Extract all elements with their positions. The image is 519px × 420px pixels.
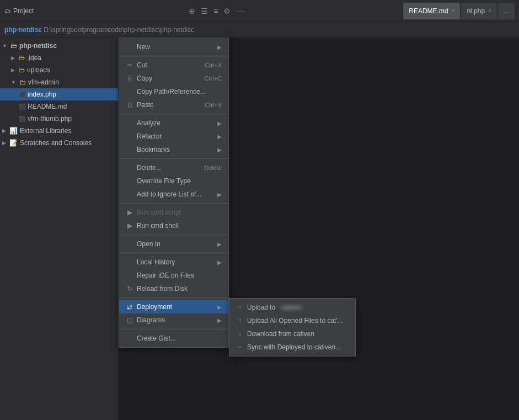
project-icon: 🗂: [4, 7, 11, 15]
tree-item-readme-md[interactable]: ⬛ README.md: [0, 100, 118, 113]
tree-label-vfm-admin: vfm-admin: [28, 78, 59, 86]
tree-label-vfm-thumb: vfm-thumb.php: [28, 115, 72, 123]
tree-label-root: php-netdisc: [19, 42, 57, 50]
ext-libs-icon: 📊: [9, 127, 18, 135]
menu-label-new: New: [137, 43, 150, 51]
folder-icon-uploads: 🗁: [18, 66, 25, 74]
deployment-upload-all-label: Upload All Opened Files to cat'...: [247, 317, 343, 325]
menu-label-paste: Paste: [137, 101, 154, 109]
menu-item-repair-ide[interactable]: Repair IDE on Files: [119, 269, 228, 282]
folder-icon-idea: 🗁: [18, 54, 25, 62]
folder-icon-vfm-admin: 🗁: [19, 78, 26, 86]
minimize-icon[interactable]: —: [235, 6, 245, 17]
tree-item-vfm-thumb[interactable]: ⬛ vfm-thumb.php: [0, 113, 118, 125]
menu-label-local-history: Local History: [137, 258, 175, 266]
bookmarks-arrow: ▶: [217, 147, 222, 153]
menu-label-create-gist: Create Gist...: [137, 334, 176, 342]
menu-item-create-gist[interactable]: Create Gist...: [119, 332, 228, 345]
menu-label-ignore: Add to Ignore List of...: [137, 190, 201, 198]
menu-item-copy-path[interactable]: Copy Path/Reference...: [119, 85, 228, 98]
menu-label-bookmarks: Bookmarks: [137, 146, 170, 153]
folder-icon-root: 🗁: [10, 42, 17, 50]
menu-label-open-in: Open In: [137, 240, 160, 248]
deployment-sync[interactable]: ↔ Sync with Deployed to cativen...: [229, 341, 355, 354]
menu-item-reload[interactable]: ↻ Reload from Disk: [119, 282, 228, 295]
deployment-upload[interactable]: ↑ Upload to cativen: [229, 301, 355, 314]
copy-shortcut: Ctrl+C: [205, 75, 222, 82]
ignore-arrow: ▶: [217, 192, 222, 198]
file-icon-vfm-thumb: ⬛: [19, 116, 25, 122]
deployment-sync-label: Sync with Deployed to cativen...: [247, 343, 341, 351]
tab-nl-php[interactable]: nl.php ×: [461, 3, 497, 19]
settings-icon[interactable]: ⚙: [222, 6, 232, 17]
diagrams-arrow: ▶: [217, 317, 222, 323]
menu-item-override-file[interactable]: Override File Type: [119, 174, 228, 188]
tree-item-ext-libs[interactable]: ▶ 📊 External Libraries: [0, 125, 118, 137]
tree-item-vfm-admin[interactable]: ▼ 🗁 vfm-admin: [0, 76, 118, 88]
deployment-icon: ⇄: [126, 303, 133, 311]
divider-4: [119, 203, 228, 204]
tree-item-index-php[interactable]: ⬛ index.php: [0, 88, 118, 100]
menu-item-refactor[interactable]: Refactor ▶: [119, 130, 228, 143]
tab-more-label: ...: [504, 7, 509, 15]
menu-item-run-cmd-shell[interactable]: ▶ Run cmd shell: [119, 219, 228, 232]
menu-item-cut[interactable]: ✂ Cut Ctrl+X: [119, 59, 228, 72]
menu-label-analyze: Analyze: [137, 119, 160, 127]
tab-nl-php-close[interactable]: ×: [488, 8, 491, 14]
tree-label-index-php: index.php: [28, 91, 56, 98]
menu-item-bookmarks[interactable]: Bookmarks ▶: [119, 143, 228, 156]
run-shell-icon: ▶: [126, 222, 133, 230]
upload-icon: ↑: [236, 304, 244, 311]
tree-item-root[interactable]: ▼ 🗁 php-netdisc: [0, 40, 118, 52]
menu-label-cut: Cut: [137, 61, 147, 69]
tree-item-scratches[interactable]: ▶ 📝 Scratches and Consoles: [0, 137, 118, 149]
sync-icon: ↔: [236, 343, 244, 351]
filter-icon[interactable]: ≡: [212, 6, 219, 17]
refactor-arrow: ▶: [217, 134, 222, 140]
deployment-upload-all[interactable]: ↑ Upload All Opened Files to cat'...: [229, 314, 355, 327]
globe-icon[interactable]: ⊕: [188, 6, 196, 17]
paste-icon: ⎙: [126, 101, 133, 109]
menu-label-run-script: Run cmd script: [137, 209, 181, 216]
menu-item-new[interactable]: New ▶: [119, 40, 228, 54]
menu-item-paste[interactable]: ⎙ Paste Ctrl+V: [119, 98, 228, 111]
project-label[interactable]: 🗂 Project: [4, 7, 34, 15]
menu-item-ignore-list[interactable]: Add to Ignore List of... ▶: [119, 188, 228, 201]
expand-uploads: ▶: [11, 67, 15, 73]
tree-label-idea: .idea: [27, 54, 41, 62]
tree-item-idea[interactable]: ▶ 🗁 .idea: [0, 52, 118, 64]
expand-ext-libs: ▶: [2, 128, 6, 134]
tree-item-uploads[interactable]: ▶ 🗁 uploads: [0, 64, 118, 76]
context-menu: New ▶ ✂ Cut Ctrl+X ⎘ Copy Ctrl+C: [119, 38, 229, 348]
scratches-icon: 📝: [9, 139, 18, 147]
cut-shortcut: Ctrl+X: [205, 62, 222, 68]
list-icon[interactable]: ☰: [200, 6, 209, 17]
tab-readme[interactable]: README.md ×: [403, 3, 460, 19]
paste-shortcut: Ctrl+V: [205, 102, 222, 108]
menu-label-repair: Repair IDE on Files: [137, 272, 194, 279]
upload-all-icon: ↑: [236, 317, 244, 325]
local-history-arrow: ▶: [217, 259, 222, 265]
menu-item-copy[interactable]: ⎘ Copy Ctrl+C: [119, 72, 228, 85]
reload-icon: ↻: [126, 285, 133, 293]
menu-label-copy-path: Copy Path/Reference...: [137, 88, 206, 95]
menu-label-reload: Reload from Disk: [137, 285, 188, 293]
menu-item-open-in[interactable]: Open In ▶: [119, 237, 228, 251]
menu-item-delete[interactable]: Delete... Delete: [119, 161, 228, 174]
tab-readme-label: README.md: [409, 7, 448, 15]
copy-icon: ⎘: [126, 75, 133, 82]
analyze-arrow: ▶: [217, 120, 222, 126]
project-text: Project: [13, 7, 34, 15]
menu-item-analyze[interactable]: Analyze ▶: [119, 116, 228, 130]
deployment-server-name: cativen: [281, 304, 302, 311]
menu-label-run-shell: Run cmd shell: [137, 222, 179, 230]
menu-item-deployment[interactable]: ⇄ Deployment ▶ ↑ Upload to cativen: [119, 300, 228, 313]
tree-label-uploads: uploads: [27, 66, 50, 74]
menu-item-diagrams[interactable]: ◫ Diagrams ▶: [119, 313, 228, 327]
menu-item-local-history[interactable]: Local History ▶: [119, 256, 228, 269]
expand-scratches: ▶: [2, 140, 6, 146]
tab-readme-close[interactable]: ×: [452, 8, 455, 14]
deployment-arrow: ▶: [217, 304, 222, 310]
tab-more[interactable]: ...: [498, 3, 515, 19]
deployment-download[interactable]: ↓ Download from cativen: [229, 327, 355, 341]
